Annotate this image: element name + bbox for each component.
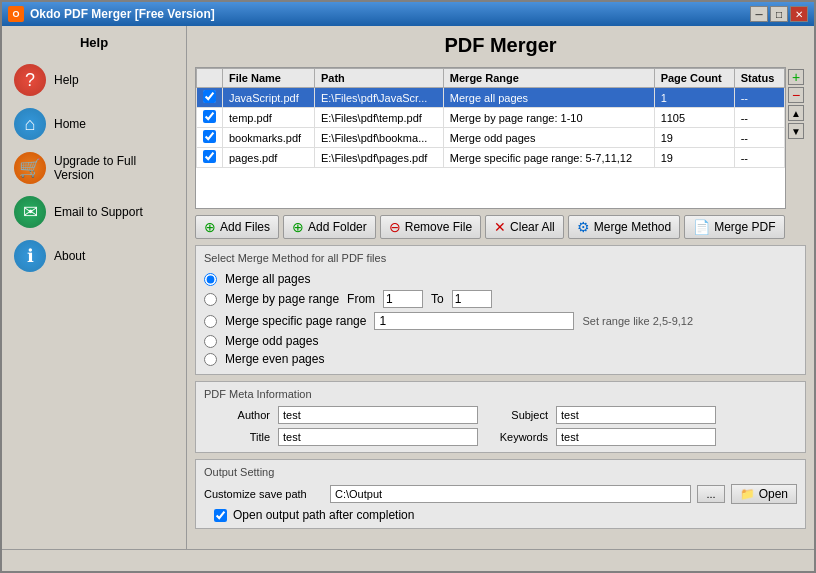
move-down-button[interactable]: ▼ (788, 123, 804, 139)
content-area: PDF Merger File Name Path Merge Range Pa… (187, 26, 814, 549)
row-page-count: 1105 (654, 108, 734, 128)
browse-button[interactable]: ... (697, 485, 724, 503)
radio-even-pages[interactable] (204, 353, 217, 366)
file-table-container: File Name Path Merge Range Page Count St… (195, 67, 786, 209)
remove-row-button[interactable]: − (788, 87, 804, 103)
col-status: Status (734, 69, 784, 88)
to-input[interactable] (452, 290, 492, 308)
row-path: E:\Files\pdf\bookma... (314, 128, 443, 148)
col-path: Path (314, 69, 443, 88)
radio-even-pages-label: Merge even pages (225, 352, 324, 366)
radio-specific-range[interactable] (204, 315, 217, 328)
radio-merge-range-row: Merge by page range From To (204, 288, 797, 310)
from-input[interactable] (383, 290, 423, 308)
merge-method-button[interactable]: ⚙ Merge Method (568, 215, 680, 239)
radio-specific-range-row: Merge specific page range Set range like… (204, 310, 797, 332)
row-merge-range: Merge by page range: 1-10 (443, 108, 654, 128)
main-window: O Okdo PDF Merger [Free Version] ─ □ ✕ H… (0, 0, 816, 573)
add-folder-button[interactable]: ⊕ Add Folder (283, 215, 376, 239)
row-checkbox[interactable] (203, 90, 216, 103)
range-hint: Set range like 2,5-9,12 (582, 315, 693, 327)
minimize-button[interactable]: ─ (750, 6, 768, 22)
radio-odd-pages[interactable] (204, 335, 217, 348)
row-filename: JavaScript.pdf (223, 88, 315, 108)
row-merge-range: Merge specific page range: 5-7,11,12 (443, 148, 654, 168)
open-button[interactable]: 📁 Open (731, 484, 797, 504)
col-checkbox (197, 69, 223, 88)
meta-grid: Author Subject Title Keywords (204, 406, 797, 446)
radio-even-pages-row: Merge even pages (204, 350, 797, 368)
row-checkbox[interactable] (203, 110, 216, 123)
sidebar-item-email[interactable]: ✉ Email to Support (2, 190, 186, 234)
open-folder-icon: 📁 (740, 487, 755, 501)
table-row[interactable]: JavaScript.pdf E:\Files\pdf\JavaScr... M… (197, 88, 785, 108)
toolbar: ⊕ Add Files ⊕ Add Folder ⊖ Remove File ✕… (195, 215, 806, 239)
page-title: PDF Merger (195, 34, 806, 57)
row-status: -- (734, 128, 784, 148)
radio-merge-range[interactable] (204, 293, 217, 306)
clear-all-icon: ✕ (494, 219, 506, 235)
radio-merge-range-label: Merge by page range (225, 292, 339, 306)
add-files-icon: ⊕ (204, 219, 216, 235)
open-after-checkbox[interactable] (214, 509, 227, 522)
radio-odd-pages-label: Merge odd pages (225, 334, 318, 348)
help-icon: ? (14, 64, 46, 96)
row-page-count: 19 (654, 148, 734, 168)
window-title: Okdo PDF Merger [Free Version] (30, 7, 215, 21)
row-checkbox[interactable] (203, 130, 216, 143)
output-path-input[interactable] (330, 485, 691, 503)
open-after-checkbox-row: Open output path after completion (204, 508, 797, 522)
keywords-input[interactable] (556, 428, 716, 446)
subject-input[interactable] (556, 406, 716, 424)
app-icon: O (8, 6, 24, 22)
table-row[interactable]: pages.pdf E:\Files\pdf\pages.pdf Merge s… (197, 148, 785, 168)
home-icon: ⌂ (14, 108, 46, 140)
add-folder-icon: ⊕ (292, 219, 304, 235)
sidebar-item-upgrade[interactable]: 🛒 Upgrade to Full Version (2, 146, 186, 190)
maximize-button[interactable]: □ (770, 6, 788, 22)
table-row[interactable]: temp.pdf E:\Files\pdf\temp.pdf Merge by … (197, 108, 785, 128)
row-merge-range: Merge odd pages (443, 128, 654, 148)
add-row-button[interactable]: + (788, 69, 804, 85)
specific-range-input[interactable] (374, 312, 574, 330)
merge-pdf-button[interactable]: 📄 Merge PDF (684, 215, 784, 239)
title-input[interactable] (278, 428, 478, 446)
row-path: E:\Files\pdf\JavaScr... (314, 88, 443, 108)
radio-specific-range-label: Merge specific page range (225, 314, 366, 328)
main-layout: Help ? Help ⌂ Home 🛒 Upgrade to Full Ver… (2, 26, 814, 549)
file-table: File Name Path Merge Range Page Count St… (196, 68, 785, 168)
sidebar-label-upgrade: Upgrade to Full Version (54, 154, 174, 182)
output-section: Output Setting Customize save path ... 📁… (195, 459, 806, 529)
table-empty-space (196, 168, 785, 208)
remove-file-button[interactable]: ⊖ Remove File (380, 215, 481, 239)
sidebar-item-help[interactable]: ? Help (2, 58, 186, 102)
sidebar-label-about: About (54, 249, 85, 263)
move-up-button[interactable]: ▲ (788, 105, 804, 121)
output-path-label: Customize save path (204, 488, 324, 500)
status-bar (2, 549, 814, 571)
radio-merge-all-label: Merge all pages (225, 272, 310, 286)
sidebar-header: Help (2, 31, 186, 58)
sidebar-item-about[interactable]: ℹ About (2, 234, 186, 278)
sidebar-item-home[interactable]: ⌂ Home (2, 102, 186, 146)
row-filename: temp.pdf (223, 108, 315, 128)
meta-section: PDF Meta Information Author Subject Titl… (195, 381, 806, 453)
keywords-label: Keywords (482, 431, 552, 443)
sidebar-label-help: Help (54, 73, 79, 87)
col-page-count: Page Count (654, 69, 734, 88)
author-input[interactable] (278, 406, 478, 424)
table-row[interactable]: bookmarks.pdf E:\Files\pdf\bookma... Mer… (197, 128, 785, 148)
close-button[interactable]: ✕ (790, 6, 808, 22)
merge-section: Select Merge Method for all PDF files Me… (195, 245, 806, 375)
title-bar: O Okdo PDF Merger [Free Version] ─ □ ✕ (2, 2, 814, 26)
title-label: Title (204, 431, 274, 443)
row-checkbox[interactable] (203, 150, 216, 163)
radio-merge-all[interactable] (204, 273, 217, 286)
add-files-button[interactable]: ⊕ Add Files (195, 215, 279, 239)
merge-pdf-icon: 📄 (693, 219, 710, 235)
merge-section-title: Select Merge Method for all PDF files (204, 252, 797, 264)
sidebar-label-email: Email to Support (54, 205, 143, 219)
clear-all-button[interactable]: ✕ Clear All (485, 215, 564, 239)
col-filename: File Name (223, 69, 315, 88)
remove-file-icon: ⊖ (389, 219, 401, 235)
